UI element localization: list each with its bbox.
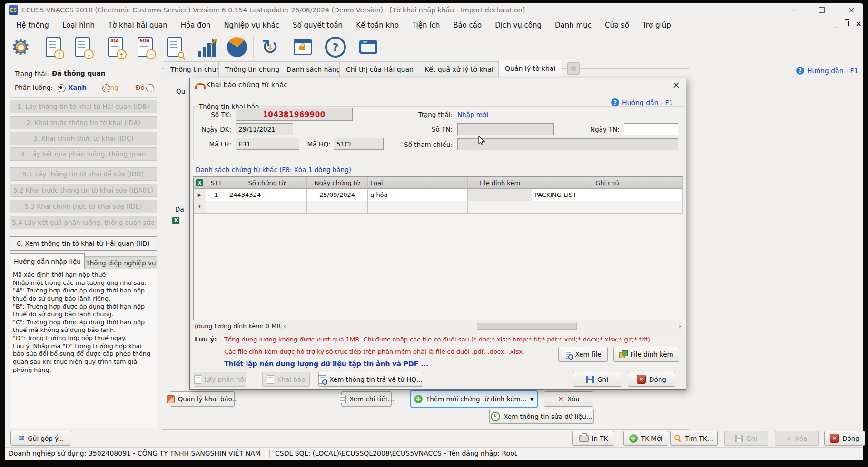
menu-tien-ich[interactable]: Tiện ích — [405, 21, 446, 29]
col-ghi-chu[interactable]: Ghi chú — [532, 177, 683, 189]
radio-xanh[interactable] — [58, 84, 66, 92]
main-help-link[interactable]: Hướng dẫn - F1 — [807, 67, 858, 75]
ngay-dk-field[interactable]: 29/11/2021 — [236, 123, 293, 135]
ma-lh-field[interactable]: E31 — [236, 138, 299, 150]
xem-thong-tin-sua-button[interactable]: Xem thông tin sửa dữ liệu... — [489, 409, 594, 424]
close-button[interactable]: × — [843, 5, 859, 15]
scroll-right-arrow[interactable]: › — [679, 322, 681, 330]
grid-corner-cell[interactable] — [194, 177, 206, 189]
menu-danh-muc[interactable]: Danh mục — [548, 21, 598, 29]
excel-export-icon[interactable] — [172, 217, 179, 224]
col-so-chung-tu[interactable]: Số chứng từ — [227, 177, 307, 189]
declaration-upload-icon[interactable]: ↑ — [39, 34, 68, 60]
menu-hoa-don[interactable]: Hóa đơn — [174, 21, 217, 29]
step-ida-button[interactable]: 2. Khai trước thông tin tờ khai (IDA) — [10, 116, 157, 129]
cell-stt: 1 — [206, 189, 227, 201]
ghi-button[interactable]: Ghi — [573, 372, 621, 387]
remote-support-icon[interactable] — [354, 34, 383, 60]
col-stt[interactable]: STT — [206, 177, 227, 189]
step-phan-luong-button[interactable]: 4. Lấy kết quả phân luồng, thông quan — [10, 147, 157, 161]
so-tham-chieu-field[interactable] — [457, 138, 678, 150]
help-icon[interactable]: ? — [321, 34, 350, 60]
horizontal-scrollbar[interactable]: ‹ › — [281, 322, 683, 330]
menu-loai-hinh[interactable]: Loại hình — [56, 21, 101, 29]
pie-chart-icon[interactable] — [222, 34, 252, 60]
dialog-close-button[interactable]: × — [672, 79, 680, 90]
tk-moi-button[interactable]: TK Mới — [623, 431, 668, 446]
file-dinh-kem-button[interactable]: File đính kèm — [613, 347, 679, 362]
xem-chi-tiet-button[interactable]: Xem chi tiết... — [341, 391, 392, 407]
tab-huong-dan-nhap-lieu[interactable]: Hướng dẫn nhập liệu — [10, 253, 85, 269]
scrollbar-thumb[interactable] — [477, 323, 577, 330]
toolbar-separator — [191, 36, 191, 58]
col-loai[interactable]: Loại — [368, 177, 468, 189]
restore-button[interactable] — [814, 5, 830, 15]
menu-to-khai-hai-quan[interactable]: Tờ khai hải quan — [101, 21, 174, 29]
step-phan-luong-sua-button[interactable]: 5.4 Lấy kết quả phân luồng, thông quan s… — [10, 216, 157, 229]
so-tn-field[interactable] — [457, 123, 554, 135]
step-idb-button[interactable]: 1. Lấy thông tin tờ khai từ Hải quan (ID… — [10, 100, 157, 113]
tab-quan-ly-to-khai[interactable]: Quản lý tờ khai — [498, 60, 562, 77]
input-guide-text[interactable]: Mã xác định thời hạn nộp thuế Nhập một t… — [10, 269, 157, 428]
close-x-icon — [830, 434, 839, 443]
xoa-chung-tu-button[interactable]: ✕ Xóa — [544, 391, 593, 407]
menu-so-quyet-toan[interactable]: Sổ quyết toán — [286, 21, 349, 29]
declaration-download-icon[interactable]: ↓ — [68, 34, 98, 60]
xoa-bottom-button[interactable]: ✕ Xóa — [775, 431, 819, 446]
menu-dich-vu-cong[interactable]: Dịch vụ công — [488, 21, 548, 29]
step-iid-button[interactable]: 6. Xem thông tin tờ khai từ Hải quan (II… — [10, 236, 157, 251]
in-tk-button[interactable]: In TK — [572, 431, 614, 446]
search-declaration-icon[interactable] — [160, 34, 189, 60]
menu-nghiep-vu-khac[interactable]: Nghiệp vụ khác — [217, 21, 286, 29]
step-idc-button[interactable]: 3. Khai chính thức tờ khai (IDC) — [10, 132, 157, 145]
dong-button[interactable]: Đóng — [628, 372, 675, 387]
so-tk-field[interactable]: 104381969900 — [236, 108, 353, 121]
grid-new-row[interactable]: * — [194, 201, 683, 214]
dialog-help-circle-icon — [611, 98, 619, 107]
ida-new-declaration-icon[interactable]: IDA+ — [101, 34, 130, 60]
them-moi-chung-tu-button[interactable]: Thêm mới chứng từ đính kèm... ▼ — [410, 390, 538, 408]
ngay-tn-field[interactable] — [624, 123, 678, 135]
dialog-title-bar[interactable]: Khai báo chứng từ khác × — [190, 78, 686, 92]
tab-thong-diep-nghiep-vu[interactable]: Thông điệp nghiệp vụ — [85, 256, 157, 269]
tim-tk-button[interactable]: Tìm TK... — [670, 431, 718, 446]
step-ide-button[interactable]: 5.3 Khai chính thức tờ khai sửa (IDE) — [10, 200, 157, 213]
eda-cancel-declaration-icon[interactable]: EDA− — [130, 34, 160, 60]
radio-do[interactable] — [146, 84, 154, 92]
menu-bao-cao[interactable]: Báo cáo — [446, 21, 488, 29]
tab-ket-qua-xu-ly-to-khai[interactable]: Kết quả xử lý tờ khai — [418, 61, 500, 77]
sync-data-icon[interactable]: ↻↓ — [255, 34, 285, 60]
step-ida01-button[interactable]: 5.2 Khai trước thông tin tờ khai sửa (ID… — [10, 184, 157, 197]
col-ngay-chung-tu[interactable]: Ngày chứng từ — [307, 177, 368, 189]
dong-bottom-button[interactable]: Đóng — [824, 431, 865, 446]
menu-ke-toan-kho[interactable]: Kế toán kho — [349, 21, 405, 29]
step-idd-button[interactable]: 5.1 Lấy thông tin tờ khai để sửa (IDD) — [10, 167, 157, 181]
menu-tro-giup[interactable]: Trợ giúp — [636, 21, 678, 29]
menu-cua-so[interactable]: Cửa sổ — [598, 21, 636, 29]
mdi-restore-button[interactable] — [844, 21, 849, 26]
dropdown-arrow-icon[interactable]: ▼ — [530, 396, 534, 402]
lay-phan-hoi-button[interactable]: Lấy phản hồi — [194, 372, 246, 387]
ma-hq-field[interactable]: 51CI — [334, 138, 384, 150]
compression-settings-link[interactable]: Thiết lập nén dung lượng dữ liệu tập tin… — [224, 360, 428, 368]
tab-danh-sach-hang[interactable]: Danh sách hàng — [280, 61, 347, 77]
gui-gop-y-button[interactable]: ✉ Gửi góp ý... — [10, 431, 71, 446]
dialog-help-link[interactable]: Hướng dẫn - F1 — [622, 99, 673, 107]
xem-thong-tin-hq-button[interactable]: Xem thông tin trả về từ HQ... — [318, 372, 423, 387]
data-security-lock-icon[interactable] — [288, 34, 317, 60]
ghi-bottom-button[interactable]: Ghi — [724, 431, 768, 446]
mdi-minimize-button[interactable]: _ — [834, 20, 837, 27]
statistics-chart-icon[interactable]: ↗ — [193, 34, 222, 60]
mdi-close-button[interactable]: × — [856, 19, 862, 28]
scroll-left-arrow[interactable]: ‹ — [284, 322, 286, 330]
quan-ly-khai-bao-button[interactable]: Quản lý khai báo... — [170, 391, 235, 407]
menu-he-thong[interactable]: Hệ thống — [10, 21, 56, 29]
tab-chi-thi-cua-hai-quan[interactable]: Chỉ thị của Hải quan — [339, 61, 420, 77]
settings-gear-icon[interactable]: ⚙ — [6, 34, 35, 60]
khai-bao-button[interactable]: Khai báo — [262, 372, 310, 387]
xem-file-button[interactable]: Xem file — [558, 347, 608, 362]
minimize-button[interactable]: – — [785, 5, 801, 15]
grid-row-1[interactable]: ▶ 1 24434324 25/09/2024 g hóa PACKING LI… — [194, 189, 683, 201]
col-file-dinh-kem[interactable]: File đính kèm — [468, 177, 532, 189]
tab-strip-icon[interactable] — [567, 62, 580, 75]
